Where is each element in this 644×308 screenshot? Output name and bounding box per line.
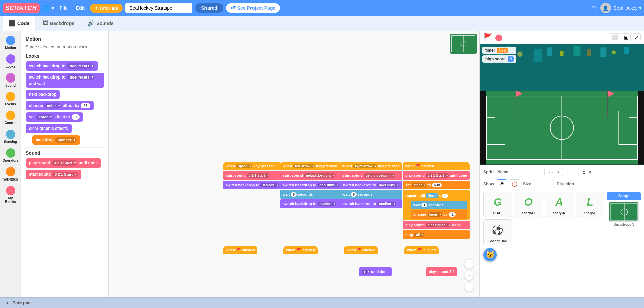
sprite-icon-story-o: O <box>520 194 537 210</box>
smaller-stage-button[interactable]: ⬜ <box>610 33 620 41</box>
sprite-card-story-l[interactable]: L Story-L <box>576 192 604 217</box>
block-repeat-until[interactable]: repeat until timer < 1 wait 1 seconds ch… <box>403 190 470 220</box>
sprite-card-story-o[interactable]: O Story-O <box>514 192 543 217</box>
shared-button[interactable]: Shared <box>195 3 223 13</box>
sidebar-item-motion[interactable]: Motion <box>1 34 20 52</box>
backdrop-number-checkbox[interactable] <box>26 138 30 142</box>
script-group-8: when 🚩 clicked <box>404 246 439 254</box>
sidebar-item-operators[interactable]: Operators <box>1 146 20 164</box>
stage-tab-button[interactable]: Stage <box>607 192 641 200</box>
block-change-effect[interactable]: change color effect by 25 <box>26 101 104 110</box>
file-menu-button[interactable]: File <box>57 4 71 12</box>
block-switch-backdrop-wait[interactable]: switch backdrop to doel rechts and wait <box>26 73 104 88</box>
hat-block-left-arrow[interactable]: when left arrow key pressed <box>280 162 342 170</box>
zoom-in-button[interactable]: + <box>464 259 474 269</box>
block-backdrop-number[interactable]: backdrop number <box>26 135 104 145</box>
control-label: Control <box>5 121 17 125</box>
block-partial2[interactable]: play sound 3 2 <box>426 267 457 276</box>
block-start-sound-1[interactable]: start sound 3 2 1 Start <box>223 171 282 180</box>
sidebar-item-control[interactable]: Control <box>1 109 20 127</box>
hat-block-flag-6[interactable]: when 🚩 clicked <box>283 246 318 254</box>
block-next-backdrop[interactable]: next backdrop <box>26 90 104 99</box>
hat-block-flag-5[interactable]: when 🚩 clicked <box>223 246 257 254</box>
project-name-input[interactable] <box>125 3 192 13</box>
block-set-timer[interactable]: set timer to 600 <box>403 181 470 189</box>
svg-rect-11 <box>547 47 552 56</box>
sidebar-item-sensing[interactable]: Sensing <box>1 127 20 146</box>
block-partial[interactable]: ▾ until done <box>359 267 392 276</box>
sprite-card-goal[interactable]: G GOAL <box>483 192 512 217</box>
hat-block-space[interactable]: when space key pressed <box>223 162 282 170</box>
block-play-sound-until-done[interactable]: play sound 3 2 1 Start until done <box>26 158 104 168</box>
control-dot <box>6 111 15 120</box>
edit-menu-button[interactable]: Edit <box>73 4 87 12</box>
svg-rect-14 <box>587 49 591 56</box>
language-button[interactable]: 🌐 ▾ <box>42 4 54 12</box>
fullscreen-button[interactable]: ⤢ <box>632 33 641 41</box>
block-wait-3[interactable]: wait 6 seconds <box>340 190 402 199</box>
user-name[interactable]: SeaHockey ▾ <box>614 5 641 11</box>
svg-rect-15 <box>600 47 606 57</box>
sidebar-item-variables[interactable]: Variables <box>1 165 20 183</box>
x-input[interactable] <box>562 168 579 176</box>
sidebar-item-looks[interactable]: Looks <box>1 52 20 70</box>
tab-sounds[interactable]: 🔊 Sounds <box>82 16 120 31</box>
block-start-sound[interactable]: start sound 3 2 1 Start <box>26 170 104 179</box>
zoom-controls: + − ⊙ <box>464 259 474 292</box>
zoom-out-button[interactable]: − <box>464 270 474 280</box>
show-visible-button[interactable]: 👁 <box>497 179 507 188</box>
sprite-name-story-l: Story-L <box>584 211 596 215</box>
sidebar-item-events[interactable]: Events <box>1 90 20 108</box>
block-wait-2[interactable]: wait 6 seconds <box>280 190 342 199</box>
block-switch-backdrop-3a[interactable]: switch backdrop to doel links <box>340 181 402 189</box>
normal-stage-button[interactable]: ▣ <box>622 33 631 41</box>
tab-backdrops[interactable]: 🖼 Backdrops <box>37 16 80 31</box>
add-sprite-button[interactable]: 🐱 <box>483 248 497 261</box>
block-start-sound-3[interactable]: start sound geluid doelpunt <box>340 171 402 180</box>
block-switch-backdrop-2b[interactable]: switch backdrop to stadion <box>280 199 342 208</box>
block-switch-backdrop-3b[interactable]: switch backdrop to stadion <box>340 199 402 208</box>
sidebar-item-sound[interactable]: Sound <box>1 71 20 89</box>
block-start-sound-2[interactable]: start sound geluid doelpunt <box>280 171 342 180</box>
sprite-card-story-a[interactable]: A Story-A <box>545 192 574 217</box>
block-set-effect[interactable]: set color effect to 0 <box>26 112 104 122</box>
tab-code[interactable]: ⬛ Code <box>3 16 35 31</box>
block-switch-backdrop-1[interactable]: switch backdrop to stadion <box>223 181 282 189</box>
canvas-area[interactable]: when space key pressed start sound 3 2 1… <box>109 31 479 297</box>
myblocks-dot <box>6 186 15 195</box>
stage-thumbnail-area <box>450 34 477 54</box>
hat-block-flag-8[interactable]: when 🚩 clicked <box>404 246 439 254</box>
sprite-card-soccer-ball[interactable]: ⚽ Soccer Ball <box>483 219 512 245</box>
block-play-sound-4[interactable]: play sound 3 2 1 Start until done <box>403 171 470 180</box>
block-clear-effects[interactable]: clear graphic effects <box>26 124 104 133</box>
blocks-panel: Motion Stage selected: no motion blocks … <box>21 31 109 297</box>
block-change-timer[interactable]: change timer by -1 <box>411 210 467 219</box>
sprite-icon-goal: G <box>490 194 506 210</box>
block-switch-backdrop[interactable]: switch backdrop to doel rechts <box>26 61 104 71</box>
zoom-reset-button[interactable]: ⊙ <box>464 282 474 292</box>
sprite-name-input[interactable] <box>511 168 545 176</box>
stop-button[interactable]: ⬤ <box>495 33 502 41</box>
size-input[interactable] <box>534 180 554 188</box>
hat-block-flag-7[interactable]: when 🚩 clicked <box>344 246 378 254</box>
folder-icon[interactable]: 🗀 <box>591 4 598 12</box>
block-stop-all[interactable]: stop all <box>403 230 470 239</box>
backdrops-icon: 🖼 <box>43 20 48 27</box>
hat-block-right-arrow[interactable]: when right arrow key pressed <box>340 162 402 170</box>
block-wait-inner[interactable]: wait 1 seconds <box>411 201 467 209</box>
tutorials-button[interactable]: ✦ ✦ Tutorials <box>90 4 123 13</box>
block-play-eindsignaal[interactable]: play sound eindsignaal done <box>403 221 470 229</box>
scratch-logo[interactable]: SCRATCH <box>3 3 40 13</box>
sidebar-item-myblocks[interactable]: My Blocks <box>1 184 20 206</box>
y-label: y <box>589 170 591 174</box>
see-project-button[interactable]: ↺ ↺ See Project Page <box>226 3 280 13</box>
backpack-bar[interactable]: ▲ Backpack <box>0 297 644 308</box>
block-switch-backdrop-2a[interactable]: switch backdrop to doel links <box>280 181 342 189</box>
scripts-area[interactable]: when space key pressed start sound 3 2 1… <box>109 31 479 297</box>
show-hidden-button[interactable]: 🚫 <box>509 179 520 188</box>
direction-input[interactable] <box>577 180 597 188</box>
y-input[interactable] <box>594 168 610 176</box>
looks-section-title: Looks <box>26 53 104 59</box>
green-flag-button[interactable]: 🚩 <box>483 33 492 42</box>
hat-block-flag-4[interactable]: when 🚩 clicked <box>403 162 470 170</box>
